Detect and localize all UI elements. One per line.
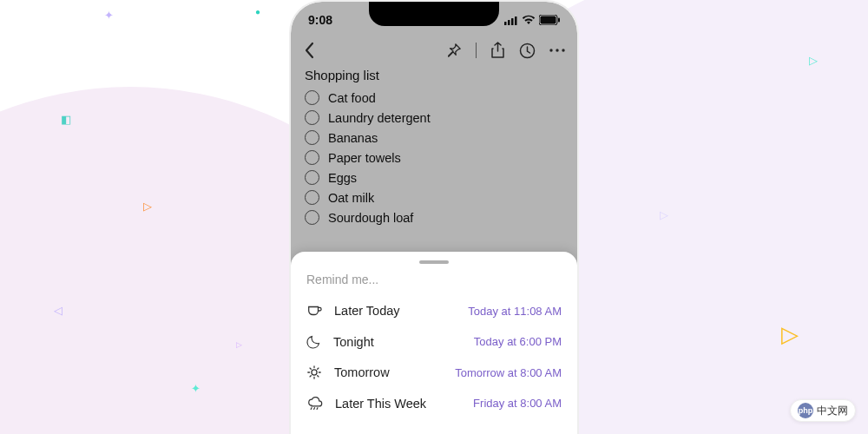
phone-frame: 9:08 (289, 0, 579, 434)
wifi-icon (522, 15, 536, 25)
reminder-option-cup[interactable]: Later TodayToday at 11:08 AM (306, 295, 562, 326)
watermark-logo: php (798, 403, 813, 418)
reminder-option-time: Friday at 8:00 AM (473, 397, 562, 410)
checkbox-icon[interactable] (305, 90, 319, 105)
checkbox-icon[interactable] (305, 150, 319, 165)
reminder-option-time: Today at 6:00 PM (474, 335, 562, 348)
reminder-option-time: Today at 11:08 AM (468, 305, 562, 318)
checkbox-icon[interactable] (305, 190, 319, 205)
history-icon[interactable] (519, 43, 536, 59)
svg-rect-1 (508, 20, 510, 25)
note-content[interactable]: Shopping list Cat foodLaundry detergentB… (291, 64, 577, 229)
reminder-option-label: Tomorrow (334, 365, 390, 379)
device-notch (369, 2, 499, 26)
svg-point-9 (556, 49, 558, 51)
checklist-item[interactable]: Eggs (305, 168, 563, 187)
checklist-item[interactable]: Paper towels (305, 148, 563, 168)
cloud-icon (306, 396, 323, 411)
svg-point-8 (549, 49, 552, 51)
checklist-item[interactable]: Oat milk (305, 187, 563, 207)
note-title: Shopping list (305, 68, 563, 82)
watermark-text: 中文网 (817, 404, 848, 418)
pin-icon[interactable] (446, 43, 462, 58)
checkbox-icon[interactable] (305, 130, 319, 145)
sheet-grabber[interactable] (419, 260, 449, 264)
sun-icon (306, 365, 322, 380)
signal-icon (504, 16, 518, 25)
reminder-sheet: Remind me... Later TodayToday at 11:08 A… (291, 252, 577, 434)
more-icon[interactable] (549, 43, 565, 58)
checkbox-icon[interactable] (305, 110, 319, 125)
reminder-option-label: Tonight (333, 335, 374, 349)
checklist-item-label: Laundry detergent (328, 111, 431, 125)
checklist-item-label: Eggs (328, 171, 357, 185)
reminder-option-moon[interactable]: TonightToday at 6:00 PM (306, 326, 562, 357)
checklist-item-label: Bananas (328, 131, 378, 145)
moon-icon (306, 334, 321, 349)
checkbox-icon[interactable] (305, 210, 319, 225)
reminder-option-label: Later Today (334, 304, 400, 318)
svg-rect-0 (504, 22, 507, 25)
svg-rect-6 (558, 18, 560, 23)
reminder-option-cloud[interactable]: Later This WeekFriday at 8:00 AM (306, 388, 562, 418)
reminder-option-label: Later This Week (335, 397, 426, 411)
nav-bar (291, 35, 577, 64)
checklist-item-label: Sourdough loaf (328, 211, 413, 225)
checklist-item-label: Oat milk (328, 191, 374, 205)
cup-icon (306, 303, 322, 319)
svg-rect-3 (515, 16, 517, 25)
checklist-item[interactable]: Bananas (305, 128, 563, 148)
svg-rect-5 (541, 16, 556, 24)
checklist-item-label: Cat food (328, 91, 376, 105)
sheet-title: Remind me... (306, 273, 562, 286)
share-icon[interactable] (490, 42, 505, 59)
reminder-option-sun[interactable]: TomorrowTomorrow at 8:00 AM (306, 357, 562, 388)
battery-icon (539, 15, 560, 25)
svg-rect-2 (511, 18, 514, 25)
checklist-item-label: Paper towels (328, 151, 401, 165)
reminder-option-time: Tomorrow at 8:00 AM (455, 366, 562, 379)
nav-divider (476, 43, 477, 58)
checklist-item[interactable]: Cat food (305, 88, 563, 108)
checkbox-icon[interactable] (305, 170, 319, 185)
svg-point-10 (562, 49, 564, 51)
status-time: 9:08 (308, 13, 332, 27)
checklist-item[interactable]: Sourdough loaf (305, 207, 563, 227)
svg-point-11 (312, 370, 317, 375)
watermark-badge: php 中文网 (790, 399, 856, 422)
checklist-item[interactable]: Laundry detergent (305, 108, 563, 128)
back-icon[interactable] (303, 42, 315, 59)
